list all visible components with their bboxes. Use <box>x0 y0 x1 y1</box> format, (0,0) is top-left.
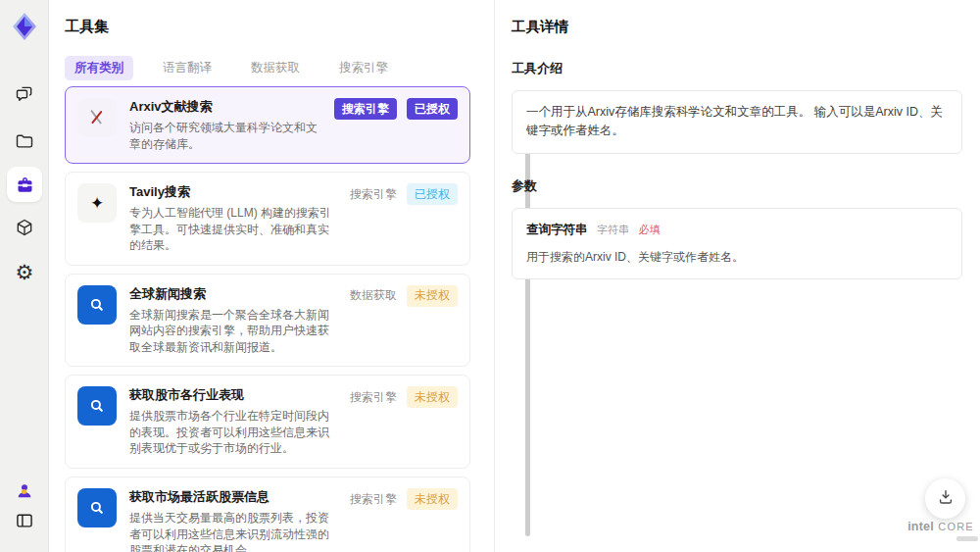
tool-card-arxiv[interactable]: Arxiv文献搜索 访问各个研究领域大量科学论文和文章的存储库。 搜索引擎 已授… <box>65 86 470 164</box>
auth-badge: 未授权 <box>407 386 458 408</box>
sidebar-item-chat[interactable] <box>7 76 42 112</box>
param-box: 查询字符串 字符串 必填 用于搜索的Arxiv ID、关键字或作者姓名。 <box>512 208 962 279</box>
tool-card-body: 获取股市各行业表现 提供股票市场各个行业在特定时间段内的表现。投资者可以利用这些… <box>129 386 340 457</box>
chat-icon <box>15 84 34 104</box>
tool-name: Arxiv文献搜索 <box>129 98 324 116</box>
intel-core-logo: intel core <box>904 517 978 541</box>
tab-search-engine[interactable]: 搜索引擎 <box>329 56 398 80</box>
category-badge: 搜索引擎 <box>334 98 397 120</box>
category-badge: 搜索引擎 <box>350 488 397 510</box>
param-required-badge: 必填 <box>638 224 660 235</box>
tool-card-body: Arxiv文献搜索 访问各个研究领域大量科学论文和文章的存储库。 <box>129 98 324 152</box>
tool-list-pane: 工具集 所有类别 语言翻译 数据获取 搜索引擎 Arxiv文献搜索 访问各个研究… <box>49 0 494 552</box>
arxiv-logo-icon <box>77 98 117 137</box>
auth-badge: 未授权 <box>407 488 458 510</box>
sidebar-item-toolbox[interactable] <box>7 167 42 202</box>
detail-title: 工具详情 <box>512 18 962 36</box>
user-icon <box>15 481 34 501</box>
folder-icon <box>15 131 34 151</box>
category-badge: 搜索引擎 <box>350 183 397 205</box>
auth-badge: 未授权 <box>407 285 458 307</box>
param-header: 查询字符串 字符串 必填 <box>526 221 948 239</box>
tool-tags: 搜索引擎 未授权 <box>350 488 458 510</box>
toolbox-icon <box>15 175 35 195</box>
app-logo-diamond-icon <box>10 10 39 43</box>
app-window: ⚙ 工具集 所有类别 语言翻译 数据 <box>0 0 980 552</box>
tool-card-global-news[interactable]: 全球新闻搜索 全球新闻搜索是一个聚合全球各大新闻网站内容的搜索引擎，帮助用户快速… <box>65 274 470 368</box>
tool-card-body: 全球新闻搜索 全球新闻搜索是一个聚合全球各大新闻网站内容的搜索引擎，帮助用户快速… <box>129 285 340 356</box>
intro-heading: 工具介绍 <box>512 60 962 77</box>
tool-detail-pane: 工具详情 工具介绍 一个用于从Arxiv存储库搜索科学论文和文章的工具。 输入可… <box>495 0 980 552</box>
tool-intro-text: 一个用于从Arxiv存储库搜索科学论文和文章的工具。 输入可以是Arxiv ID… <box>526 105 943 137</box>
params-heading: 参数 <box>512 177 962 195</box>
tool-name: Tavily搜索 <box>129 183 340 201</box>
tavily-star-icon: ✦ <box>77 183 117 223</box>
tool-description: 访问各个研究领域大量科学论文和文章的存储库。 <box>129 120 324 152</box>
auth-badge: 已授权 <box>407 183 458 205</box>
tool-description: 提供当天交易量最高的股票列表，投资者可以利用这些信息来识别流动性强的股票和潜在的… <box>129 510 340 552</box>
tool-tags: 搜索引擎 已授权 <box>334 98 458 120</box>
sidebar-item-files[interactable] <box>7 124 42 159</box>
notification-dot <box>22 489 26 494</box>
tool-card-tavily[interactable]: ✦ Tavily搜索 专为人工智能代理 (LLM) 构建的搜索引擎工具。可快速提… <box>65 172 470 266</box>
tool-card-body: 获取市场最活跃股票信息 提供当天交易量最高的股票列表，投资者可以利用这些信息来识… <box>129 488 340 552</box>
tab-language-translation[interactable]: 语言翻译 <box>153 56 221 80</box>
stock-search-blue-icon <box>77 386 117 426</box>
download-button[interactable] <box>925 478 965 519</box>
left-rail: ⚙ <box>0 0 49 552</box>
param-name: 查询字符串 <box>526 223 588 236</box>
tool-description: 专为人工智能代理 (LLM) 构建的搜索引擎工具。可快速提供实时、准确和真实的结… <box>129 205 340 254</box>
cube-icon <box>15 218 34 237</box>
page-title: 工具集 <box>65 18 109 36</box>
settings-gear-icon: ⚙ <box>16 262 34 282</box>
tool-intro-box: 一个用于从Arxiv存储库搜索科学论文和文章的工具。 输入可以是Arxiv ID… <box>512 90 962 154</box>
sidebar-item-collapse[interactable] <box>7 503 42 538</box>
auth-badge: 已授权 <box>407 98 458 120</box>
category-badge: 搜索引擎 <box>350 386 397 408</box>
param-description: 用于搜索的Arxiv ID、关键字或作者姓名。 <box>526 248 948 267</box>
tool-tags: 搜索引擎 未授权 <box>350 386 458 408</box>
param-type: 字符串 <box>597 224 629 235</box>
tool-description: 提供股票市场各个行业在特定时间段内的表现。投资者可以利用这些信息来识别表现优于或… <box>129 408 340 457</box>
sidebar-item-packages[interactable] <box>7 210 42 245</box>
tool-card-sector-performance[interactable]: 获取股市各行业表现 提供股票市场各个行业在特定时间段内的表现。投资者可以利用这些… <box>65 375 470 469</box>
download-icon <box>936 487 956 511</box>
sidebar-item-settings[interactable]: ⚙ <box>7 254 42 289</box>
tool-card-body: Tavily搜索 专为人工智能代理 (LLM) 构建的搜索引擎工具。可快速提供实… <box>129 183 340 254</box>
core-wordmark: core <box>938 521 974 532</box>
tool-name: 获取市场最活跃股票信息 <box>129 488 340 506</box>
tool-description: 全球新闻搜索是一个聚合全球各大新闻网站内容的搜索引擎，帮助用户快速获取全球最新资… <box>129 307 340 356</box>
tool-tags: 数据获取 未授权 <box>350 285 458 307</box>
category-tabs: 所有类别 语言翻译 数据获取 搜索引擎 <box>65 56 398 80</box>
news-search-blue-icon <box>77 285 117 325</box>
tab-all-categories[interactable]: 所有类别 <box>65 56 133 80</box>
tool-card-most-active-stocks[interactable]: 获取市场最活跃股票信息 提供当天交易量最高的股票列表，投资者可以利用这些信息来识… <box>65 477 470 552</box>
stock-search-blue-icon <box>77 488 117 527</box>
category-badge: 数据获取 <box>350 285 397 307</box>
tool-name: 全球新闻搜索 <box>129 285 340 303</box>
tool-name: 获取股市各行业表现 <box>129 386 340 404</box>
collapse-panel-icon <box>15 511 34 530</box>
tool-card-list: Arxiv文献搜索 访问各个研究领域大量科学论文和文章的存储库。 搜索引擎 已授… <box>65 86 470 552</box>
tool-tags: 搜索引擎 已授权 <box>350 183 458 205</box>
logo-sub-badge <box>956 536 978 541</box>
tab-data-fetch[interactable]: 数据获取 <box>241 56 310 80</box>
intel-wordmark: intel <box>907 520 934 533</box>
